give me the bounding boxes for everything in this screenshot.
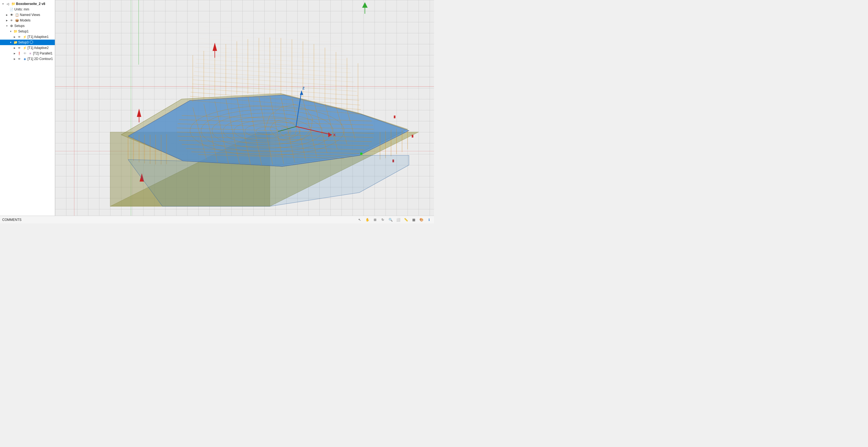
models-expand[interactable] [5, 19, 9, 22]
svg-line-80 [193, 80, 356, 91]
contour1-label: [T1] 2D Contour1 [28, 57, 53, 61]
svg-line-92 [200, 30, 340, 38]
delta-icon: ◁ [5, 2, 10, 6]
setups-icon: ⚙ [9, 24, 14, 28]
parallel1-vis-icon: 👁 [23, 51, 27, 56]
svg-line-91 [199, 34, 341, 42]
units-icon: 📄 [9, 7, 14, 11]
models-icon: 📦 [15, 18, 19, 23]
contour1-expand[interactable] [13, 57, 17, 61]
svg-line-83 [195, 67, 352, 77]
svg-marker-109 [362, 2, 368, 8]
named-views-icon: 👁 [9, 13, 14, 17]
setup3-expand[interactable] [9, 40, 13, 44]
setups-item[interactable]: ⚙ Setups [0, 23, 55, 29]
adaptive2-item[interactable]: 👁 ⚡ [T1] Adaptive2 [0, 45, 55, 50]
svg-line-90 [199, 38, 343, 47]
status-icon-group: ↖ ✋ ⊞ ↻ 🔍 ⬜ 📏 ▦ 🎨 ℹ [357, 217, 432, 222]
parallel1-expand[interactable] [13, 51, 17, 55]
adaptive2-eye-icon: 👁 [17, 46, 22, 50]
adaptive2-expand[interactable] [13, 46, 17, 50]
svg-text:Z: Z [302, 86, 305, 90]
measure-icon[interactable]: 📏 [403, 217, 409, 222]
svg-text:X: X [333, 133, 336, 137]
svg-line-89 [198, 43, 344, 51]
adaptive1-op-icon: ⚡ [23, 35, 27, 39]
root-label: Boxoberseite_2 v8 [16, 2, 45, 6]
setups-label: Setups [14, 24, 25, 28]
orbit-icon[interactable]: ↻ [380, 217, 385, 222]
svg-marker-103 [137, 109, 141, 117]
adaptive2-label: [T1] Adaptive2 [28, 46, 49, 50]
svg-marker-101 [213, 43, 217, 51]
parallel1-op-icon: ≡ [28, 51, 32, 56]
pan-tool-icon[interactable]: ✋ [365, 217, 370, 222]
setup3-target-icon [30, 40, 33, 44]
contour1-diamond-icon: ◆ [23, 57, 27, 61]
adaptive1-item[interactable]: 👁 ⚡ [T1] Adaptive1 [0, 34, 55, 40]
tree-root[interactable]: ◁ 📁 Boxoberseite_2 v8 [0, 1, 55, 7]
info-icon[interactable]: ℹ [426, 217, 432, 222]
setup1-label: Setup1 [18, 29, 29, 33]
tree-panel: ◁ 📁 Boxoberseite_2 v8 📄 Units: mm 👁 📋 Na… [0, 0, 55, 216]
zoom-fit-icon[interactable]: ⊞ [372, 217, 378, 222]
svg-line-87 [197, 51, 347, 60]
main-layout: ◁ 📁 Boxoberseite_2 v8 📄 Units: mm 👁 📋 Na… [0, 0, 434, 216]
parallel1-item[interactable]: ❗ 👁 ≡ [T2] Parallel1 [0, 50, 55, 56]
setup3-folder-icon: 📁 [13, 40, 18, 44]
setup3-item[interactable]: 📁 Setup3 [0, 40, 55, 45]
comments-label: COMMENTS [2, 218, 22, 222]
svg-marker-95 [300, 91, 303, 95]
models-label: Models [20, 19, 31, 22]
adaptive1-expand[interactable] [13, 35, 17, 39]
svg-rect-106 [394, 115, 396, 118]
named-views-item[interactable]: 👁 📋 Named Views [0, 12, 55, 18]
setup1-folder-icon: 📁 [13, 29, 18, 34]
svg-rect-107 [412, 135, 413, 138]
setup1-expand[interactable] [9, 29, 13, 33]
adaptive2-op-icon: ⚡ [23, 46, 27, 50]
3d-scene-svg: Z X [55, 0, 434, 216]
viewport[interactable]: Z X [55, 0, 434, 216]
zoom-window-icon[interactable]: 🔍 [388, 217, 393, 222]
green-home-marker [362, 2, 368, 14]
parallel1-error-icon: ❗ [17, 51, 22, 56]
named-views-page-icon: 📋 [15, 13, 19, 17]
root-expand[interactable] [1, 2, 5, 6]
status-bar: COMMENTS ↖ ✋ ⊞ ↻ 🔍 ⬜ 📏 ▦ 🎨 ℹ [0, 216, 434, 224]
setup3-label: Setup3 [18, 40, 29, 44]
svg-rect-111 [360, 153, 363, 155]
models-item[interactable]: 👁 📦 Models [0, 18, 55, 23]
contour1-item[interactable]: 👁 ◆ [T1] 2D Contour1 [0, 56, 55, 62]
svg-line-86 [197, 55, 348, 65]
units-item: 📄 Units: mm [0, 7, 55, 12]
section-icon[interactable]: ⬜ [396, 217, 401, 222]
setups-expand[interactable] [5, 24, 9, 28]
svg-line-81 [194, 76, 355, 87]
adaptive1-label: [T1] Adaptive1 [28, 35, 49, 39]
svg-line-88 [198, 47, 346, 56]
cursor-tool-icon[interactable]: ↖ [357, 217, 363, 222]
svg-line-85 [196, 59, 350, 69]
contour1-eye-icon: 👁 [17, 57, 22, 61]
green-vertical-axis [138, 0, 139, 65]
svg-line-93 [200, 26, 339, 34]
named-views-label: Named Views [20, 13, 40, 17]
adaptive1-eye-icon: 👁 [17, 35, 22, 39]
setup1-item[interactable]: 📁 Setup1 [0, 29, 55, 34]
svg-line-84 [195, 63, 351, 73]
models-eye-icon: 👁 [9, 18, 14, 23]
green-side-marker [360, 153, 363, 155]
units-expand [5, 7, 9, 11]
svg-line-82 [194, 71, 354, 82]
units-label: Units: mm [14, 7, 29, 11]
display-icon[interactable]: ▦ [411, 217, 416, 222]
parallel1-label: [T2] Parallel1 [33, 51, 53, 55]
named-views-expand[interactable] [5, 13, 9, 17]
appearance-icon[interactable]: 🎨 [418, 217, 424, 222]
folder-icon: 📁 [11, 2, 16, 6]
